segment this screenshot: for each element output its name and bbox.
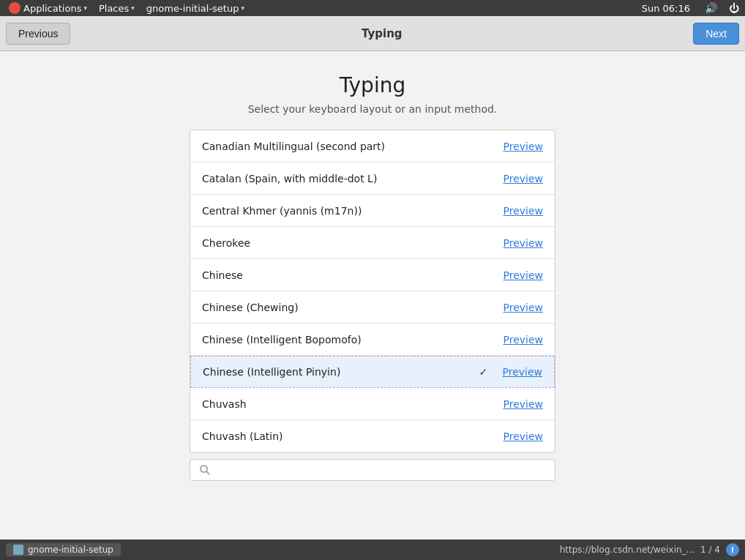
search-container bbox=[190, 459, 555, 481]
preview-link[interactable]: Preview bbox=[503, 366, 543, 378]
preview-link[interactable]: Preview bbox=[503, 302, 544, 313]
list-item[interactable]: Catalan (Spain, with middle-dot L)Previe… bbox=[190, 163, 555, 195]
applications-label: Applications bbox=[23, 3, 81, 14]
search-input[interactable] bbox=[217, 464, 546, 476]
list-item[interactable]: Chinese (Intelligent Bopomofo)Preview bbox=[190, 324, 555, 356]
preview-link[interactable]: Preview bbox=[503, 237, 544, 249]
checkmark-icon: ✓ bbox=[479, 366, 491, 378]
next-button[interactable]: Next bbox=[693, 23, 739, 45]
page-heading: Typing bbox=[340, 73, 405, 97]
taskbar-app[interactable]: gnome-initial-setup bbox=[6, 543, 121, 556]
menubar: Applications ▾ Places ▾ gnome-initial-se… bbox=[0, 0, 745, 16]
preview-link[interactable]: Preview bbox=[503, 141, 544, 152]
preview-link[interactable]: Preview bbox=[503, 430, 544, 442]
taskbar-app-icon bbox=[13, 545, 23, 555]
preview-link[interactable]: Preview bbox=[503, 173, 544, 184]
list-item-name: Chinese (Intelligent Bopomofo) bbox=[202, 334, 480, 346]
keyboard-list-scroll[interactable]: Canadian Multilingual (second part)Previ… bbox=[190, 130, 555, 452]
preview-link[interactable]: Preview bbox=[503, 205, 544, 217]
taskbar: gnome-initial-setup https://blog.csdn.ne… bbox=[0, 540, 745, 560]
list-item[interactable]: ChuvashPreview bbox=[190, 388, 555, 420]
applications-menu[interactable]: Applications ▾ bbox=[3, 1, 93, 15]
main-content: Typing Select your keyboard layout or an… bbox=[0, 51, 745, 540]
list-item[interactable]: Central Khmer (yannis (m17n))Preview bbox=[190, 195, 555, 227]
page-subtitle: Select your keyboard layout or an input … bbox=[248, 103, 498, 115]
taskbar-right: https://blog.csdn.net/weixin_... 1 / 4 i bbox=[560, 543, 739, 556]
list-item-name: Chuvash bbox=[202, 398, 480, 410]
list-item[interactable]: Canadian Multilingual (second part)Previ… bbox=[190, 130, 555, 163]
list-item[interactable]: ChinesePreview bbox=[190, 259, 555, 291]
previous-button[interactable]: Previous bbox=[6, 23, 70, 45]
applications-arrow: ▾ bbox=[83, 4, 87, 12]
menubar-right: Sun 06:16 🔊 ⏻ bbox=[636, 2, 742, 14]
page-indicator: 1 / 4 bbox=[700, 545, 720, 555]
preview-link[interactable]: Preview bbox=[503, 398, 544, 410]
list-item[interactable]: Chinese (Chewing)Preview bbox=[190, 291, 555, 324]
app-icon bbox=[9, 2, 20, 14]
list-item[interactable]: Chinese (Intelligent Pinyin)✓Preview bbox=[190, 356, 555, 388]
header-title: Typing bbox=[70, 27, 693, 40]
list-item-name: Chinese (Chewing) bbox=[202, 302, 480, 313]
places-arrow: ▾ bbox=[131, 4, 135, 12]
clock: Sun 06:16 bbox=[636, 3, 696, 14]
places-label: Places bbox=[99, 3, 129, 14]
setup-menu[interactable]: gnome-initial-setup ▾ bbox=[141, 1, 250, 15]
list-item-name: Canadian Multilingual (second part) bbox=[202, 141, 480, 152]
setup-label: gnome-initial-setup bbox=[146, 3, 239, 14]
list-item-name: Chuvash (Latin) bbox=[202, 430, 480, 442]
taskbar-app-name: gnome-initial-setup bbox=[28, 545, 113, 555]
taskbar-url: https://blog.csdn.net/weixin_... bbox=[560, 545, 695, 555]
list-item-name: Cherokee bbox=[202, 237, 480, 249]
list-item-name: Catalan (Spain, with middle-dot L) bbox=[202, 173, 480, 184]
svg-line-1 bbox=[206, 471, 209, 474]
preview-link[interactable]: Preview bbox=[503, 334, 544, 346]
search-icon bbox=[199, 464, 211, 476]
places-menu[interactable]: Places ▾ bbox=[93, 1, 141, 15]
headerbar: Previous Typing Next bbox=[0, 16, 745, 51]
list-item-name: Chinese (Intelligent Pinyin) bbox=[203, 366, 479, 378]
preview-link[interactable]: Preview bbox=[503, 269, 544, 281]
svg-point-0 bbox=[201, 466, 207, 472]
list-item[interactable]: Chuvash (Latin)Preview bbox=[190, 420, 555, 452]
list-item-name: Chinese bbox=[202, 269, 480, 281]
info-icon[interactable]: i bbox=[726, 543, 739, 556]
list-item-name: Central Khmer (yannis (m17n)) bbox=[202, 205, 480, 217]
setup-arrow: ▾ bbox=[241, 4, 244, 12]
keyboard-list-container: Canadian Multilingual (second part)Previ… bbox=[190, 130, 555, 453]
power-icon[interactable]: ⏻ bbox=[726, 2, 742, 14]
volume-icon[interactable]: 🔊 bbox=[702, 2, 720, 14]
list-item[interactable]: CherokeePreview bbox=[190, 227, 555, 259]
